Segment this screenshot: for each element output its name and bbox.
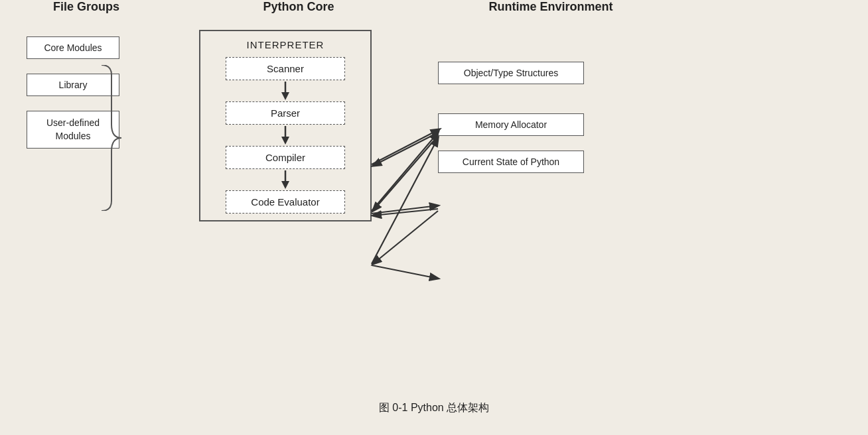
svg-line-8 [372, 129, 439, 164]
arrow-compiler-evaluator [207, 170, 364, 189]
header-runtime: Runtime Environment [465, 0, 637, 14]
code-evaluator-box: Code Evaluator [226, 190, 345, 214]
diagram-container: File Groups Python Core Runtime Environm… [0, 0, 868, 435]
file-group-boxes: Core Modules Library User-definedModules [27, 36, 119, 149]
core-modules-box: Core Modules [27, 36, 119, 59]
interpreter-label: INTERPRETER [207, 39, 364, 50]
svg-line-12 [372, 206, 438, 214]
svg-line-9 [373, 133, 438, 166]
file-groups-column: Core Modules Library User-definedModules [7, 36, 139, 149]
object-type-box: Object/Type Structures [438, 62, 584, 84]
memory-allocator-box: Memory Allocator [438, 113, 584, 136]
user-defined-box: User-definedModules [27, 111, 119, 149]
header-python-core: Python Core [226, 0, 372, 14]
rt-spacer-3 [438, 136, 617, 151]
parser-box: Parser [226, 101, 345, 125]
rt-spacer-1 [438, 36, 617, 62]
compiler-box: Compiler [226, 146, 345, 169]
svg-marker-1 [281, 92, 289, 100]
rt-spacer-2 [438, 84, 617, 113]
python-core-column: INTERPRETER Scanner Parser Compiler Code… [199, 30, 372, 221]
current-state-box: Current State of Python [438, 151, 584, 173]
runtime-column: Object/Type Structures Memory Allocator … [438, 36, 617, 173]
svg-line-11 [373, 136, 438, 211]
scanner-box: Scanner [226, 57, 345, 80]
svg-line-14 [372, 138, 438, 264]
svg-line-15 [372, 265, 438, 279]
header-file-groups: File Groups [20, 0, 153, 14]
svg-marker-3 [281, 137, 289, 145]
library-box: Library [27, 74, 119, 96]
svg-line-10 [372, 133, 438, 211]
arrow-scanner-parser [207, 82, 364, 100]
caption: 图 0-1 Python 总体架构 [379, 401, 489, 415]
arrow-parser-compiler [207, 126, 364, 145]
svg-marker-5 [281, 181, 289, 189]
svg-line-16 [373, 211, 438, 264]
interpreter-box: INTERPRETER Scanner Parser Compiler Code… [199, 30, 372, 221]
svg-line-13 [373, 209, 438, 216]
